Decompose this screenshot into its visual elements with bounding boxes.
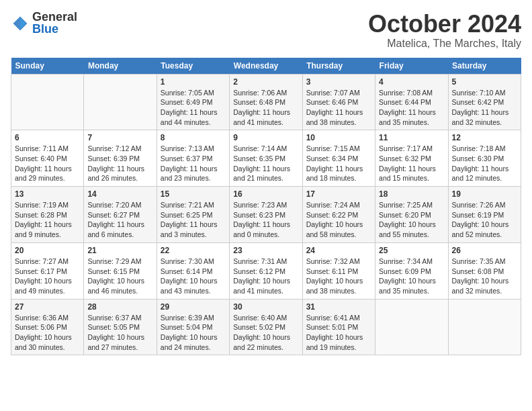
calendar-cell: 14Sunrise: 7:20 AMSunset: 6:27 PMDayligh… [84, 187, 157, 243]
day-number: 21 [87, 246, 152, 255]
day-number: 9 [233, 133, 298, 142]
calendar-cell: 26Sunrise: 7:35 AMSunset: 6:08 PMDayligh… [448, 242, 521, 299]
day-info: Sunrise: 7:27 AMSunset: 6:17 PMDaylight:… [15, 257, 80, 296]
calendar-cell [11, 74, 84, 130]
calendar-week-2: 6Sunrise: 7:11 AMSunset: 6:40 PMDaylight… [11, 130, 521, 187]
day-number: 27 [15, 302, 80, 312]
day-number: 26 [452, 246, 517, 255]
header: General Blue October 2024 Matelica, The … [11, 11, 521, 50]
day-number: 6 [15, 133, 80, 142]
day-number: 23 [233, 246, 298, 255]
day-number: 14 [87, 189, 152, 199]
calendar-cell: 19Sunrise: 7:26 AMSunset: 6:19 PMDayligh… [448, 187, 521, 243]
calendar-cell: 24Sunrise: 7:32 AMSunset: 6:11 PMDayligh… [302, 242, 375, 299]
calendar-cell: 5Sunrise: 7:10 AMSunset: 6:42 PMDaylight… [448, 74, 521, 130]
calendar-cell: 25Sunrise: 7:34 AMSunset: 6:09 PMDayligh… [375, 242, 448, 299]
calendar-cell: 7Sunrise: 7:12 AMSunset: 6:39 PMDaylight… [84, 130, 157, 187]
col-tuesday: Tuesday [157, 58, 229, 75]
calendar-cell: 9Sunrise: 7:14 AMSunset: 6:35 PMDaylight… [230, 130, 302, 187]
day-info: Sunrise: 7:23 AMSunset: 6:23 PMDaylight:… [233, 200, 298, 240]
day-number: 19 [452, 189, 517, 199]
calendar-cell: 13Sunrise: 7:19 AMSunset: 6:28 PMDayligh… [11, 187, 84, 243]
day-info: Sunrise: 6:40 AMSunset: 5:02 PMDaylight:… [233, 313, 298, 353]
calendar-cell: 3Sunrise: 7:07 AMSunset: 6:46 PMDaylight… [302, 74, 375, 130]
day-info: Sunrise: 7:21 AMSunset: 6:25 PMDaylight:… [161, 200, 226, 240]
day-info: Sunrise: 7:12 AMSunset: 6:39 PMDaylight:… [87, 144, 152, 183]
day-info: Sunrise: 7:07 AMSunset: 6:46 PMDaylight:… [306, 88, 371, 128]
calendar-cell: 27Sunrise: 6:36 AMSunset: 5:06 PMDayligh… [11, 299, 84, 355]
day-info: Sunrise: 7:35 AMSunset: 6:08 PMDaylight:… [452, 257, 517, 296]
day-number: 13 [15, 189, 80, 199]
col-thursday: Thursday [302, 58, 375, 75]
day-number: 15 [161, 189, 226, 199]
location-title: Matelica, The Marches, Italy [368, 38, 521, 50]
calendar-cell: 16Sunrise: 7:23 AMSunset: 6:23 PMDayligh… [230, 187, 302, 243]
day-info: Sunrise: 7:08 AMSunset: 6:44 PMDaylight:… [379, 88, 444, 128]
calendar-cell: 8Sunrise: 7:13 AMSunset: 6:37 PMDaylight… [157, 130, 229, 187]
day-number: 8 [161, 133, 226, 142]
day-info: Sunrise: 7:26 AMSunset: 6:19 PMDaylight:… [452, 200, 517, 240]
calendar-body: 1Sunrise: 7:05 AMSunset: 6:49 PMDaylight… [11, 74, 521, 355]
logo-icon [11, 14, 30, 33]
day-info: Sunrise: 7:31 AMSunset: 6:12 PMDaylight:… [233, 257, 298, 296]
day-info: Sunrise: 7:18 AMSunset: 6:30 PMDaylight:… [452, 144, 517, 183]
calendar-week-4: 20Sunrise: 7:27 AMSunset: 6:17 PMDayligh… [11, 242, 521, 299]
page: General Blue October 2024 Matelica, The … [0, 0, 532, 366]
calendar-cell: 4Sunrise: 7:08 AMSunset: 6:44 PMDaylight… [375, 74, 448, 130]
day-number: 20 [15, 246, 80, 255]
calendar-cell: 15Sunrise: 7:21 AMSunset: 6:25 PMDayligh… [157, 187, 229, 243]
calendar-week-5: 27Sunrise: 6:36 AMSunset: 5:06 PMDayligh… [11, 299, 521, 355]
day-number: 29 [161, 302, 226, 312]
day-info: Sunrise: 7:34 AMSunset: 6:09 PMDaylight:… [379, 257, 444, 296]
day-number: 12 [452, 133, 517, 142]
calendar-cell [448, 299, 521, 355]
day-info: Sunrise: 7:32 AMSunset: 6:11 PMDaylight:… [306, 257, 371, 296]
calendar-cell [375, 299, 448, 355]
calendar-cell: 29Sunrise: 6:39 AMSunset: 5:04 PMDayligh… [157, 299, 229, 355]
day-number: 5 [452, 77, 517, 87]
day-number: 22 [161, 246, 226, 255]
day-number: 30 [233, 302, 298, 312]
day-number: 7 [87, 133, 152, 142]
calendar-cell: 11Sunrise: 7:17 AMSunset: 6:32 PMDayligh… [375, 130, 448, 187]
day-info: Sunrise: 7:29 AMSunset: 6:15 PMDaylight:… [87, 257, 152, 296]
calendar-cell: 28Sunrise: 6:37 AMSunset: 5:05 PMDayligh… [84, 299, 157, 355]
day-info: Sunrise: 7:19 AMSunset: 6:28 PMDaylight:… [15, 200, 80, 240]
day-info: Sunrise: 7:14 AMSunset: 6:35 PMDaylight:… [233, 144, 298, 183]
col-sunday: Sunday [11, 58, 84, 75]
day-number: 18 [379, 189, 444, 199]
day-info: Sunrise: 7:30 AMSunset: 6:14 PMDaylight:… [161, 257, 226, 296]
header-row: Sunday Monday Tuesday Wednesday Thursday… [11, 58, 521, 75]
day-info: Sunrise: 7:25 AMSunset: 6:20 PMDaylight:… [379, 200, 444, 240]
day-number: 31 [306, 302, 371, 312]
calendar-cell [84, 74, 157, 130]
logo-blue: Blue [32, 22, 58, 36]
col-saturday: Saturday [448, 58, 521, 75]
day-info: Sunrise: 7:20 AMSunset: 6:27 PMDaylight:… [87, 200, 152, 240]
col-monday: Monday [84, 58, 157, 75]
day-number: 1 [161, 77, 226, 87]
calendar-cell: 6Sunrise: 7:11 AMSunset: 6:40 PMDaylight… [11, 130, 84, 187]
day-info: Sunrise: 7:10 AMSunset: 6:42 PMDaylight:… [452, 88, 517, 128]
day-info: Sunrise: 7:15 AMSunset: 6:34 PMDaylight:… [306, 144, 371, 183]
calendar-cell: 1Sunrise: 7:05 AMSunset: 6:49 PMDaylight… [157, 74, 229, 130]
logo-text: General Blue [32, 11, 80, 36]
calendar-cell: 12Sunrise: 7:18 AMSunset: 6:30 PMDayligh… [448, 130, 521, 187]
title-area: October 2024 Matelica, The Marches, Ital… [368, 11, 521, 50]
day-number: 3 [306, 77, 371, 87]
col-wednesday: Wednesday [230, 58, 302, 75]
day-info: Sunrise: 7:13 AMSunset: 6:37 PMDaylight:… [161, 144, 226, 183]
calendar-table: Sunday Monday Tuesday Wednesday Thursday… [11, 58, 521, 356]
day-number: 25 [379, 246, 444, 255]
col-friday: Friday [375, 58, 448, 75]
day-number: 4 [379, 77, 444, 87]
calendar-cell: 2Sunrise: 7:06 AMSunset: 6:48 PMDaylight… [230, 74, 302, 130]
day-number: 17 [306, 189, 371, 199]
day-info: Sunrise: 7:11 AMSunset: 6:40 PMDaylight:… [15, 144, 80, 183]
day-info: Sunrise: 7:05 AMSunset: 6:49 PMDaylight:… [161, 88, 226, 128]
calendar-cell: 17Sunrise: 7:24 AMSunset: 6:22 PMDayligh… [302, 187, 375, 243]
logo: General Blue [11, 11, 80, 36]
day-info: Sunrise: 6:41 AMSunset: 5:01 PMDaylight:… [306, 313, 371, 353]
calendar-week-3: 13Sunrise: 7:19 AMSunset: 6:28 PMDayligh… [11, 187, 521, 243]
day-info: Sunrise: 6:39 AMSunset: 5:04 PMDaylight:… [161, 313, 226, 353]
